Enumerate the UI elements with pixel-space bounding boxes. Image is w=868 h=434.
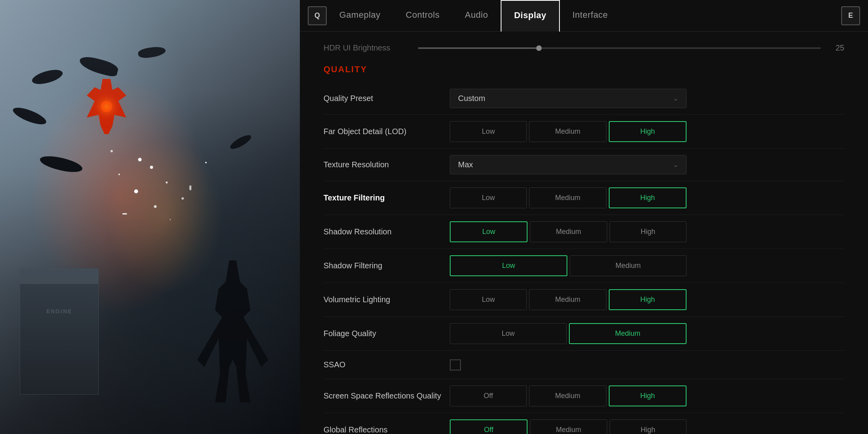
particle: [134, 189, 138, 193]
foliage-medium-btn[interactable]: Medium: [569, 323, 687, 344]
nav-bar: Q Gameplay Controls Audio Display Interf…: [300, 0, 868, 32]
debris-shape: [228, 133, 253, 151]
hdr-slider-thumb: [536, 45, 542, 51]
volumetric-high-btn[interactable]: High: [609, 289, 687, 310]
far-object-medium-btn[interactable]: Medium: [529, 121, 606, 142]
tab-controls[interactable]: Controls: [393, 0, 452, 32]
screen-space-reflections-label: Screen Space Reflections Quality: [324, 391, 450, 400]
hdr-label: HDR UI Brightness: [324, 43, 410, 52]
debris-shape: [30, 66, 64, 88]
shadow-resolution-medium-btn[interactable]: Medium: [530, 221, 607, 242]
gr-high-btn[interactable]: High: [610, 419, 687, 434]
shadow-filtering-medium-btn[interactable]: Medium: [570, 255, 687, 276]
dropdown-arrow-icon: ⌄: [673, 95, 678, 102]
far-object-detail-label: Far Object Detail (LOD): [324, 127, 450, 136]
nav-key-e[interactable]: E: [841, 6, 860, 25]
setting-row-texture-filtering: Texture Filtering Low Medium High: [324, 181, 844, 215]
setting-row-global-reflections: Global Reflections Off Medium High: [324, 413, 844, 434]
gr-off-btn[interactable]: Off: [450, 419, 528, 434]
dropdown-arrow-icon-2: ⌄: [673, 161, 678, 168]
gr-medium-btn[interactable]: Medium: [530, 419, 607, 434]
hdr-value: 25: [829, 43, 844, 52]
debris-shape: [39, 154, 84, 174]
particle: [118, 174, 120, 175]
shadow-resolution-low-btn[interactable]: Low: [450, 221, 528, 242]
particle: [150, 166, 153, 169]
debris-shape: [137, 45, 166, 60]
hdr-slider[interactable]: [418, 47, 821, 49]
ssr-high-btn[interactable]: High: [609, 385, 687, 406]
debris-shape: [11, 103, 48, 128]
far-object-high-btn[interactable]: High: [609, 121, 687, 142]
far-object-low-btn[interactable]: Low: [450, 121, 527, 142]
setting-row-far-object-detail: Far Object Detail (LOD) Low Medium High: [324, 115, 844, 149]
foliage-quality-label: Foliage Quality: [324, 329, 450, 338]
setting-row-shadow-resolution: Shadow Resolution Low Medium High: [324, 215, 844, 249]
screen-space-reflections-buttons: Off Medium High: [450, 385, 687, 406]
hdr-slider-track: [418, 47, 539, 49]
texture-resolution-label: Texture Resolution: [324, 160, 450, 169]
texture-filtering-buttons: Low Medium High: [450, 187, 687, 208]
texture-filtering-high-btn[interactable]: High: [609, 187, 687, 208]
texture-filtering-label: Texture Filtering: [324, 193, 450, 202]
setting-row-texture-resolution: Texture Resolution Max ⌄: [324, 149, 844, 181]
texture-filtering-low-btn[interactable]: Low: [450, 187, 527, 208]
debris-shape: [78, 54, 120, 78]
nav-key-q[interactable]: Q: [308, 6, 327, 25]
setting-row-volumetric-lighting: Volumetric Lighting Low Medium High: [324, 283, 844, 317]
shadow-resolution-label: Shadow Resolution: [324, 227, 450, 236]
shadow-filtering-low-btn[interactable]: Low: [450, 255, 567, 276]
settings-content[interactable]: HDR UI Brightness 25 QUALITY Quality Pre…: [300, 32, 868, 434]
tab-gameplay[interactable]: Gameplay: [327, 0, 393, 32]
particle: [205, 162, 207, 163]
foliage-low-btn[interactable]: Low: [450, 323, 567, 344]
tab-interface[interactable]: Interface: [560, 0, 621, 32]
tab-audio[interactable]: Audio: [452, 0, 501, 32]
particle: [189, 185, 191, 190]
main-character: [197, 260, 268, 402]
volumetric-low-btn[interactable]: Low: [450, 289, 527, 310]
background-structure: [20, 276, 99, 395]
texture-filtering-medium-btn[interactable]: Medium: [529, 187, 606, 208]
foliage-quality-buttons: Low Medium: [450, 323, 687, 344]
setting-row-quality-preset: Quality Preset Custom ⌄: [324, 82, 844, 115]
game-screenshot: [0, 0, 300, 434]
global-reflections-label: Global Reflections: [324, 425, 450, 434]
shadow-resolution-buttons: Low Medium High: [450, 221, 687, 242]
texture-resolution-value: Max: [458, 160, 473, 169]
shadow-resolution-high-btn[interactable]: High: [610, 221, 687, 242]
background-structure-top: [20, 268, 99, 284]
ssr-medium-btn[interactable]: Medium: [529, 385, 606, 406]
red-character: [87, 79, 126, 134]
quality-preset-label: Quality Preset: [324, 94, 450, 103]
setting-row-foliage-quality: Foliage Quality Low Medium: [324, 317, 844, 351]
setting-row-shadow-filtering: Shadow Filtering Low Medium: [324, 249, 844, 283]
ssao-checkbox-container: [450, 359, 461, 370]
quality-preset-value: Custom: [458, 94, 485, 103]
setting-row-ssao: SSAO: [324, 351, 844, 379]
texture-resolution-dropdown[interactable]: Max ⌄: [450, 155, 687, 174]
shadow-filtering-buttons: Low Medium: [450, 255, 687, 276]
volumetric-medium-btn[interactable]: Medium: [529, 289, 606, 310]
tab-display[interactable]: Display: [501, 0, 560, 32]
particle: [154, 205, 157, 208]
particle: [122, 213, 127, 215]
ssao-label: SSAO: [324, 360, 450, 369]
settings-panel: Q Gameplay Controls Audio Display Interf…: [300, 0, 868, 434]
particle: [170, 219, 171, 220]
particle: [110, 150, 113, 152]
volumetric-lighting-buttons: Low Medium High: [450, 289, 687, 310]
particle: [138, 158, 142, 161]
shadow-filtering-label: Shadow Filtering: [324, 261, 450, 270]
quality-preset-dropdown[interactable]: Custom ⌄: [450, 89, 687, 108]
setting-row-screen-space-reflections: Screen Space Reflections Quality Off Med…: [324, 379, 844, 413]
quality-section-header: QUALITY: [324, 64, 844, 75]
hdr-row: HDR UI Brightness 25: [324, 43, 844, 52]
ssao-checkbox[interactable]: [450, 359, 461, 370]
far-object-detail-buttons: Low Medium High: [450, 121, 687, 142]
ssr-off-btn[interactable]: Off: [450, 385, 527, 406]
volumetric-lighting-label: Volumetric Lighting: [324, 295, 450, 304]
particle: [181, 197, 184, 200]
global-reflections-buttons: Off Medium High: [450, 419, 687, 434]
particle: [166, 181, 168, 183]
